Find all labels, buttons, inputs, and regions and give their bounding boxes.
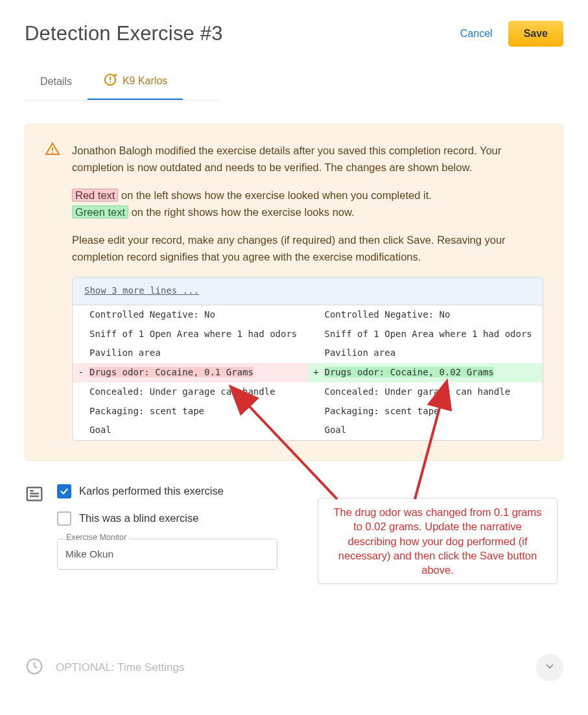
monitor-field-label: Exercise Monitor xyxy=(64,533,129,542)
diff-sign-right xyxy=(308,382,325,388)
outdated-notice: Jonathon Balogh modified the exercise de… xyxy=(25,124,563,461)
show-more-lines-link[interactable]: Show 3 more lines ... xyxy=(84,285,199,296)
performed-label: Karlos performed this exercise xyxy=(79,485,224,497)
svg-point-4 xyxy=(52,152,53,153)
tab-details-label: Details xyxy=(40,76,72,88)
diff-cell-right: Controlled Negative: No xyxy=(325,305,543,325)
diff-cell-right: Goal xyxy=(325,421,543,440)
diff-cell-left: Controlled Negative: No xyxy=(89,305,308,325)
outdated-icon xyxy=(103,73,117,89)
chevron-down-icon xyxy=(544,661,556,675)
diff-sign-right xyxy=(308,325,325,330)
diff-row: GoalGoal xyxy=(73,421,543,440)
diff-row: Pavilion areaPavilion area xyxy=(73,344,543,363)
diff-sign-right xyxy=(308,402,325,407)
optional-label: OPTIONAL: Time Settings xyxy=(56,661,184,674)
diff-cell-left: Concealed: Under garage can handle xyxy=(89,382,308,402)
red-text-tag: Red text xyxy=(72,189,118,202)
diff-row: Sniff of 1 Open Area where 1 had odorsSn… xyxy=(73,325,543,344)
diff-row: Packaging: scent tapePackaging: scent ta… xyxy=(73,402,543,421)
diff-sign-left: - xyxy=(73,363,89,382)
diff-row: Concealed: Under garage can handleConcea… xyxy=(73,382,543,402)
diff-cell-left: Pavilion area xyxy=(89,344,308,363)
expand-optional-button[interactable] xyxy=(536,654,563,681)
notice-paragraph-1: Jonathon Balogh modified the exercise de… xyxy=(72,143,543,176)
cancel-button[interactable]: Cancel xyxy=(460,28,493,40)
diff-cell-right: Pavilion area xyxy=(325,344,543,363)
diff-cell-right: Concealed: Under garage can handle xyxy=(325,382,543,402)
page-title: Detection Exercise #3 xyxy=(25,22,223,45)
warning-icon xyxy=(45,141,60,159)
blind-label: This was a blind exercise xyxy=(79,512,198,524)
save-button[interactable]: Save xyxy=(508,21,563,47)
diff-sign-right xyxy=(308,305,325,311)
diff-sign-left xyxy=(73,344,89,349)
diff-cell-left: Sniff of 1 Open Area where 1 had odors xyxy=(89,325,308,344)
notice-paragraph-3: Please edit your record, make any change… xyxy=(72,232,543,265)
diff-sign-left xyxy=(73,382,89,388)
diff-viewer: Show 3 more lines ... Controlled Negativ… xyxy=(72,277,543,441)
performed-checkbox[interactable] xyxy=(57,484,71,498)
record-card-icon xyxy=(25,484,44,506)
tab-k9-label: K9 Karlos xyxy=(123,75,167,87)
diff-cell-left: Drugs odor: Cocaine, 0.1 Grams xyxy=(89,363,308,382)
diff-row: Controlled Negative: NoControlled Negati… xyxy=(73,305,543,325)
notice-legend: Red text on the left shows how the exerc… xyxy=(72,187,543,220)
clock-icon xyxy=(25,657,44,679)
diff-cell-right: Sniff of 1 Open Area where 1 had odors xyxy=(325,325,543,344)
diff-cell-left: Goal xyxy=(89,421,308,440)
diff-cell-right: Packaging: scent tape xyxy=(325,402,543,421)
annotation-callout: The drug odor was changed from 0.1 grams… xyxy=(318,498,558,584)
diff-sign-right xyxy=(308,421,325,426)
diff-sign-left xyxy=(73,325,89,330)
diff-sign-left xyxy=(73,305,89,311)
diff-row: -Drugs odor: Cocaine, 0.1 Grams+Drugs od… xyxy=(73,363,543,382)
exercise-monitor-input[interactable] xyxy=(57,539,277,570)
diff-cell-right: Drugs odor: Cocaine, 0.02 Grams xyxy=(325,363,543,382)
diff-cell-left: Packaging: scent tape xyxy=(89,402,308,421)
green-text-tag: Green text xyxy=(72,205,128,218)
diff-sign-right xyxy=(308,344,325,349)
diff-sign-left xyxy=(73,421,89,426)
tab-k9[interactable]: K9 Karlos xyxy=(88,65,183,100)
optional-time-settings: OPTIONAL: Time Settings xyxy=(25,654,563,681)
diff-sign-left xyxy=(73,402,89,407)
svg-point-2 xyxy=(110,82,111,83)
diff-sign-right: + xyxy=(308,363,325,382)
blind-checkbox[interactable] xyxy=(57,511,71,526)
tabs: Details K9 Karlos xyxy=(25,65,219,100)
tab-details[interactable]: Details xyxy=(25,65,88,100)
